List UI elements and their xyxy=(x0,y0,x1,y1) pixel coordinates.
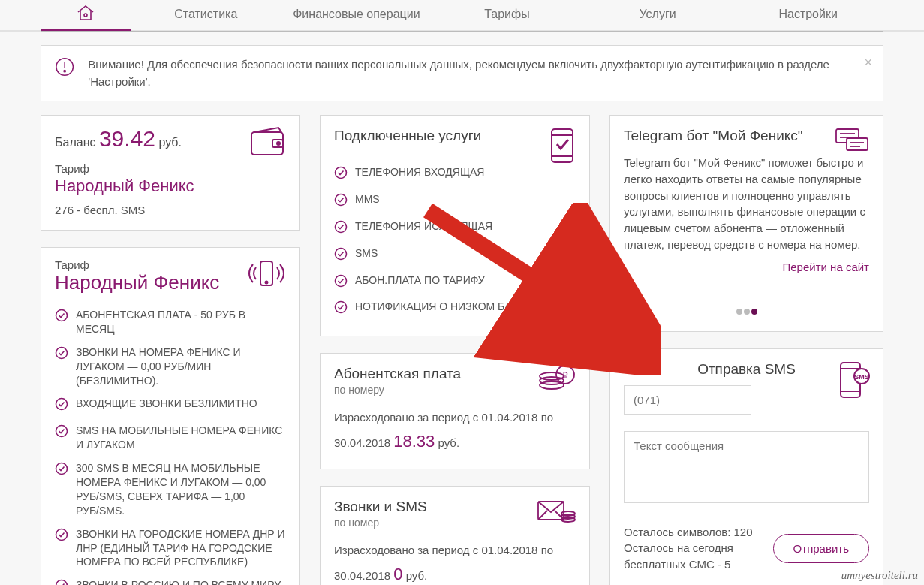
send-button[interactable]: Отправить xyxy=(773,534,869,563)
services-card: Подключенные услуги ТЕЛЕФОНИЯ ВХОДЯЩАЯ M… xyxy=(320,115,590,336)
check-icon xyxy=(334,274,348,291)
warning-alert: Внимание! Для обеспечения безопасности в… xyxy=(41,45,883,101)
calls-amount: 0 xyxy=(393,565,402,583)
svg-point-11 xyxy=(56,399,68,410)
service-item: ТЕЛЕФОНИЯ ВХОДЯЩАЯ xyxy=(355,165,484,179)
svg-point-23 xyxy=(336,275,347,286)
tariff-item: ЗВОНКИ НА ГОРОДСКИЕ НОМЕРА ДНР И ЛНР (ЕД… xyxy=(76,527,286,570)
calls-sms-card: Звонки и SMS по номер Израсходовано за п… xyxy=(320,486,590,585)
check-icon xyxy=(55,397,68,415)
sms-text-input[interactable] xyxy=(624,431,869,503)
balance-amount: 39.42 xyxy=(99,126,155,151)
free-sms-count: 276 - беспл. SMS xyxy=(55,204,286,216)
services-list: ТЕЛЕФОНИЯ ВХОДЯЩАЯ MMS ТЕЛЕФОНИЯ ИСХОДЯЩ… xyxy=(334,161,576,322)
abon-currency: руб. xyxy=(438,436,459,449)
chat-icon xyxy=(833,126,871,159)
close-icon[interactable]: × xyxy=(864,55,872,71)
svg-point-21 xyxy=(336,221,347,232)
svg-point-8 xyxy=(266,282,268,284)
svg-point-9 xyxy=(56,310,68,321)
svg-point-15 xyxy=(56,580,68,585)
carousel-dots[interactable] xyxy=(624,304,869,318)
phone-check-icon xyxy=(547,126,577,168)
svg-point-24 xyxy=(336,302,347,313)
tariff-label: Тариф xyxy=(55,162,286,175)
check-icon xyxy=(334,300,348,318)
service-item: ТЕЛЕФОНИЯ ИСХОДЯЩАЯ xyxy=(355,219,492,234)
exclamation-icon xyxy=(55,56,74,77)
wallet-icon xyxy=(248,126,287,162)
svg-rect-37 xyxy=(847,138,868,150)
home-icon xyxy=(76,5,95,21)
sms-chars-left: Осталось символов: 120 xyxy=(624,524,773,541)
tariff-item: SMS НА МОБИЛЬНЫЕ НОМЕРА ФЕНИКС И ЛУГАКОМ xyxy=(76,424,286,452)
svg-point-19 xyxy=(336,167,347,179)
phone-input[interactable] xyxy=(624,385,751,415)
check-icon xyxy=(55,424,68,442)
tab-tariffs[interactable]: Тарифы xyxy=(432,3,582,27)
watermark: umnyestroiteli.ru xyxy=(841,569,918,582)
service-item: SMS xyxy=(355,246,378,261)
services-title: Подключенные услуги xyxy=(334,128,576,144)
telegram-title: Telegram бот "Мой Феникс" xyxy=(624,128,869,144)
sms-title: Отправка SMS xyxy=(624,361,869,378)
tab-home[interactable] xyxy=(41,0,131,30)
balance-label: Баланс xyxy=(55,136,95,149)
tab-finance[interactable]: Финансовые операции xyxy=(281,3,432,27)
check-icon xyxy=(334,247,348,264)
svg-text:₽: ₽ xyxy=(562,370,568,381)
tariff-feature-list: АБОНЕНТСКАЯ ПЛАТА - 50 РУБ В МЕСЯЦ ЗВОНК… xyxy=(55,303,286,585)
balance-card: Баланс 39.42 руб. Тариф Народный Феникс … xyxy=(41,115,300,231)
top-tabs: Статистика Финансовые операции Тарифы Ус… xyxy=(0,0,924,32)
tariff-name[interactable]: Народный Феникс xyxy=(55,176,286,196)
svg-point-0 xyxy=(84,14,87,17)
tariff-details-card: Тариф Народный Феникс АБОНЕНТСКАЯ ПЛАТА … xyxy=(41,247,300,585)
sms-card: SMS Отправка SMS Осталось символов: 120 … xyxy=(609,348,883,586)
coins-icon: ₽ xyxy=(537,364,577,397)
tab-settings[interactable]: Настройки xyxy=(733,3,883,27)
check-icon xyxy=(334,193,348,210)
service-item: АБОН.ПЛАТА ПО ТАРИФУ xyxy=(355,273,485,288)
check-icon xyxy=(55,528,68,545)
tariff-item: ВХОДЯЩИЕ ЗВОНКИ БЕЗЛИМИТНО xyxy=(76,397,257,411)
svg-point-12 xyxy=(56,426,68,437)
service-item: НОТИФИКАЦИЯ О НИЗКОМ БАЛАНСЕ xyxy=(355,300,548,314)
telegram-card: Telegram бот "Мой Феникс" Telegram бот "… xyxy=(609,115,883,332)
check-icon xyxy=(334,166,348,183)
phone-sms-icon: SMS xyxy=(836,360,871,403)
calls-period: Израсходовано за период с 01.04.2018 по … xyxy=(334,544,553,582)
svg-point-22 xyxy=(336,248,347,259)
sms-free-left: Осталось на сегодня бесплатных СМС - 5 xyxy=(624,540,773,573)
svg-text:SMS: SMS xyxy=(854,373,869,381)
svg-point-26 xyxy=(540,377,564,384)
balance-currency: руб. xyxy=(158,136,182,149)
check-icon xyxy=(55,579,68,585)
svg-point-10 xyxy=(56,347,68,358)
svg-point-3 xyxy=(64,71,65,72)
service-item: MMS xyxy=(355,192,380,207)
tariff-item: 300 SMS В МЕСЯЦ НА МОБИЛЬНЫЕ НОМЕРА ФЕНИ… xyxy=(76,461,286,518)
tab-services[interactable]: Услуги xyxy=(582,3,733,27)
svg-point-6 xyxy=(277,142,280,145)
svg-point-14 xyxy=(56,529,68,540)
svg-point-20 xyxy=(336,194,347,205)
svg-point-27 xyxy=(540,372,564,380)
check-icon xyxy=(334,220,348,237)
phone-signal-icon xyxy=(245,258,287,294)
alert-text: Внимание! Для обеспечения безопасности в… xyxy=(88,56,869,90)
svg-point-13 xyxy=(56,463,68,475)
telegram-link[interactable]: Перейти на сайт xyxy=(783,261,870,273)
tariff-item: ЗВОНКИ В РОССИЮ И ПО ВСЕМУ МИРУ СОГЛАСНО… xyxy=(76,578,286,585)
tariff-item: ЗВОНКИ НА НОМЕРА ФЕНИКС И ЛУГАКОМ — 0,00… xyxy=(76,345,286,388)
check-icon xyxy=(55,462,68,479)
calls-currency: руб. xyxy=(406,569,428,582)
check-icon xyxy=(55,309,68,326)
tab-stats[interactable]: Статистика xyxy=(131,3,281,27)
abon-amount: 18.33 xyxy=(393,432,435,451)
subscription-fee-card: ₽ Абонентская плата по номеру Израсходов… xyxy=(320,353,590,469)
telegram-desc: Telegram бот "Мой Феникс" поможет быстро… xyxy=(624,155,869,253)
envelope-coins-icon xyxy=(535,497,577,530)
check-icon xyxy=(55,346,68,363)
tariff-item: АБОНЕНТСКАЯ ПЛАТА - 50 РУБ В МЕСЯЦ xyxy=(76,308,286,336)
